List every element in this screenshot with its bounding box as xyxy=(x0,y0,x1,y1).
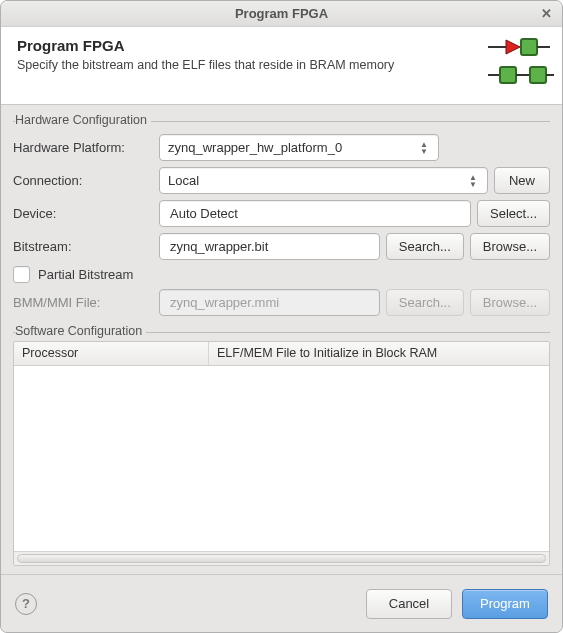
scrollbar-thumb[interactable] xyxy=(17,554,546,563)
stepper-icon: ▲▼ xyxy=(467,174,479,188)
svg-rect-5 xyxy=(500,67,516,83)
hardware-platform-value: zynq_wrapper_hw_platform_0 xyxy=(168,140,342,155)
horizontal-scrollbar[interactable] xyxy=(14,551,549,565)
new-connection-button[interactable]: New xyxy=(494,167,550,194)
svg-rect-7 xyxy=(530,67,546,83)
connection-combo[interactable]: Local ▲▼ xyxy=(159,167,488,194)
bmm-file-label: BMM/MMI File: xyxy=(13,295,159,310)
device-input[interactable] xyxy=(159,200,471,227)
cancel-button[interactable]: Cancel xyxy=(366,589,452,619)
dialog-content: Hardware Configuration Hardware Platform… xyxy=(1,105,562,574)
col-elf[interactable]: ELF/MEM File to Initialize in Block RAM xyxy=(209,342,549,365)
device-label: Device: xyxy=(13,206,159,221)
bitstream-browse-button[interactable]: Browse... xyxy=(470,233,550,260)
device-select-button[interactable]: Select... xyxy=(477,200,550,227)
hardware-config-label: Hardware Configuration xyxy=(15,113,151,127)
device-value[interactable] xyxy=(168,205,462,222)
bitstream-label: Bitstream: xyxy=(13,239,159,254)
bitstream-input[interactable] xyxy=(159,233,380,260)
stepper-icon: ▲▼ xyxy=(418,141,430,155)
hardware-platform-label: Hardware Platform: xyxy=(13,140,159,155)
bitstream-search-button[interactable]: Search... xyxy=(386,233,464,260)
titlebar: Program FPGA ✕ xyxy=(1,1,562,27)
dialog-footer: ? Cancel Program xyxy=(1,574,562,632)
connection-label: Connection: xyxy=(13,173,159,188)
table-header: Processor ELF/MEM File to Initialize in … xyxy=(14,342,549,366)
hardware-platform-combo[interactable]: zynq_wrapper_hw_platform_0 ▲▼ xyxy=(159,134,439,161)
partial-bitstream-label: Partial Bitstream xyxy=(38,267,133,282)
window-title: Program FPGA xyxy=(235,6,328,21)
bmm-browse-button: Browse... xyxy=(470,289,550,316)
hardware-config-group: Hardware Configuration Hardware Platform… xyxy=(13,121,550,322)
bmm-search-button: Search... xyxy=(386,289,464,316)
software-config-label: Software Configuration xyxy=(15,324,146,338)
help-icon[interactable]: ? xyxy=(15,593,37,615)
table-body[interactable] xyxy=(14,366,549,551)
svg-rect-2 xyxy=(521,39,537,55)
bmm-file-value xyxy=(168,294,371,311)
dialog-window: Program FPGA ✕ Program FPGA Specify the … xyxy=(0,0,563,633)
fpga-program-icon xyxy=(486,33,556,92)
software-config-group: Software Configuration Processor ELF/MEM… xyxy=(13,332,550,566)
bitstream-value[interactable] xyxy=(168,238,371,255)
close-icon[interactable]: ✕ xyxy=(538,6,554,22)
svg-marker-1 xyxy=(506,40,520,54)
program-button[interactable]: Program xyxy=(462,589,548,619)
page-title: Program FPGA xyxy=(17,37,546,54)
col-processor[interactable]: Processor xyxy=(14,342,209,365)
page-description: Specify the bitstream and the ELF files … xyxy=(17,58,546,72)
connection-value: Local xyxy=(168,173,199,188)
partial-bitstream-checkbox[interactable] xyxy=(13,266,30,283)
software-config-table[interactable]: Processor ELF/MEM File to Initialize in … xyxy=(13,341,550,566)
bmm-file-input xyxy=(159,289,380,316)
dialog-header: Program FPGA Specify the bitstream and t… xyxy=(1,27,562,105)
